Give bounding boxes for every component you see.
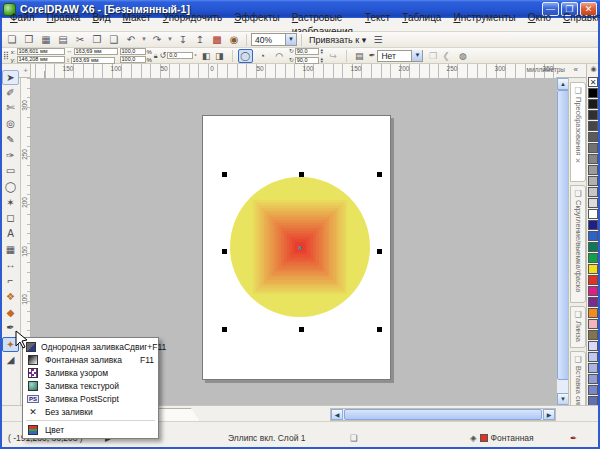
color-swatch[interactable] — [588, 308, 598, 318]
color-swatch[interactable] — [588, 88, 598, 98]
rectangle-tool[interactable]: ▭ — [2, 164, 19, 179]
object-x-field[interactable]: 108,601 мм — [17, 48, 65, 55]
color-eyedropper-tool[interactable]: ◆ — [2, 306, 19, 321]
selection-handle[interactable] — [299, 172, 304, 177]
selection-handle[interactable] — [377, 327, 382, 332]
color-swatch[interactable] — [588, 209, 598, 219]
scroll-left-icon[interactable]: ◀ — [331, 409, 343, 420]
color-swatch[interactable] — [588, 143, 598, 153]
horizontal-scrollbar[interactable]: ◀ ▶ — [330, 408, 556, 421]
paste-icon[interactable]: ❑ — [106, 33, 122, 47]
lock-ratio-icon[interactable]: 🔒︎ — [154, 52, 158, 60]
color-swatch[interactable] — [588, 264, 598, 274]
start-angle-field[interactable]: 90,0 — [295, 48, 319, 55]
import-icon[interactable]: ↧ — [175, 33, 191, 47]
object-width-field[interactable]: 163,69 мм — [74, 48, 118, 55]
color-swatch[interactable] — [588, 253, 598, 263]
color-swatch[interactable] — [588, 231, 598, 241]
save-icon[interactable]: ▦ — [38, 33, 54, 47]
snap-to-button[interactable]: Привязать к ▾ — [306, 35, 369, 45]
chevron-down-icon[interactable]: ▼ — [285, 34, 296, 45]
redo-dropdown-icon[interactable]: ▼ — [166, 33, 174, 47]
flyout-item-postscript-fill[interactable]: PSЗаливка PostScript — [23, 392, 158, 405]
color-swatch[interactable] — [588, 132, 598, 142]
flyout-item-texture-fill[interactable]: Заливка текстурой — [23, 379, 158, 392]
print-icon[interactable]: ▤ — [55, 33, 71, 47]
open-icon[interactable]: ❒ — [21, 33, 37, 47]
options-icon[interactable]: ☰ — [370, 33, 386, 47]
connector-tool[interactable]: ⌐ — [2, 274, 19, 289]
arc-mode-button[interactable]: ◠ — [272, 49, 287, 63]
blend-tool[interactable]: ❖ — [2, 290, 19, 305]
polygon-tool[interactable]: ✶ — [2, 196, 19, 211]
horizontal-scroll-thumb[interactable] — [344, 409, 542, 420]
color-swatch[interactable] — [588, 99, 598, 109]
color-swatch[interactable] — [588, 176, 598, 186]
shape-tool[interactable]: ✐ — [2, 86, 19, 101]
text-tool[interactable]: А — [2, 227, 19, 242]
convert-to-curves-button[interactable]: ◍ — [455, 49, 470, 63]
selection-center-marker[interactable]: × — [298, 243, 303, 252]
color-swatch[interactable] — [588, 121, 598, 131]
selection-handle[interactable] — [222, 327, 227, 332]
interactive-fill-tool[interactable]: ◢ — [2, 353, 19, 368]
object-y-field[interactable]: 146,208 мм — [17, 56, 65, 63]
color-swatch[interactable] — [588, 341, 598, 351]
selection-handle[interactable] — [377, 249, 382, 254]
corel-connect-icon[interactable]: ◉ — [226, 33, 242, 47]
fill-status[interactable]: ◈Фонтанная — [470, 433, 534, 443]
color-swatch[interactable] — [588, 154, 598, 164]
docker-tab-lens[interactable]: ❑Линза — [570, 306, 586, 348]
flyout-item-color-docker[interactable]: Цвет — [23, 423, 158, 436]
ellipse-mode-button[interactable]: ◯ — [238, 49, 253, 63]
rotation-angle-field[interactable]: 0,0 — [167, 52, 193, 59]
color-swatch[interactable] — [588, 363, 598, 373]
undo-icon[interactable]: ↶ — [123, 33, 139, 47]
docker-tab-fillet[interactable]: ❑Скругление/выемка/фаска — [570, 185, 586, 303]
zoom-tool[interactable]: ◎ — [2, 117, 19, 132]
scroll-right-icon[interactable]: ▶ — [543, 409, 555, 420]
cut-icon[interactable]: ✂ — [72, 33, 88, 47]
application-launcher-icon[interactable]: ▩ — [209, 33, 225, 47]
crop-tool[interactable]: ✄ — [2, 101, 19, 116]
flyout-item-no-fill[interactable]: ✕Без заливки — [23, 405, 158, 418]
outline-status-icon[interactable]: ✒ — [570, 433, 577, 443]
selection-handle[interactable] — [299, 327, 304, 332]
copy-icon[interactable]: ❐ — [89, 33, 105, 47]
color-swatch[interactable] — [588, 187, 598, 197]
selection-handle[interactable] — [222, 249, 227, 254]
end-angle-stepper[interactable]: ▲▼ — [320, 57, 324, 63]
color-swatch[interactable] — [588, 242, 598, 252]
export-icon[interactable]: ↥ — [192, 33, 208, 47]
scale-y-field[interactable]: 100,0 — [120, 56, 146, 63]
flyout-item-uniform-fill[interactable]: Однородная заливкаСдвиг+F11 — [23, 340, 158, 353]
color-swatch[interactable] — [588, 297, 598, 307]
horizontal-ruler[interactable]: 15010050050100150200250300350 — [31, 64, 556, 78]
dimension-tool[interactable]: ↔ — [2, 258, 19, 273]
docker-tab-transform[interactable]: ❑Преобразования✕ — [570, 82, 586, 182]
flyout-item-fountain-fill[interactable]: Фонтанная заливкаF11 — [23, 353, 158, 366]
start-angle-stepper[interactable]: ▲▼ — [320, 48, 324, 54]
to-back-button[interactable]: ❮ — [438, 49, 453, 63]
object-height-field[interactable]: 163,69 мм — [71, 57, 115, 64]
basic-shapes-tool[interactable]: ◻ — [2, 211, 19, 226]
color-swatch[interactable] — [588, 352, 598, 362]
color-swatch[interactable] — [588, 374, 598, 384]
color-swatch[interactable] — [588, 286, 598, 296]
scale-x-field[interactable]: 100,0 — [120, 48, 146, 55]
change-direction-button[interactable]: ↪ — [326, 49, 341, 63]
chevron-down-icon[interactable]: ▼ — [411, 50, 422, 61]
docker-tab-symbol[interactable]: ❑Вставка символа — [570, 351, 586, 411]
color-swatch[interactable] — [588, 198, 598, 208]
color-swatch[interactable] — [588, 385, 598, 395]
table-tool[interactable]: ▦ — [2, 243, 19, 258]
docker-collapse-icon[interactable]: « — [574, 65, 578, 74]
ellipse-tool[interactable]: ◯ — [2, 180, 19, 195]
selection-handle[interactable] — [377, 172, 382, 177]
selection-handle[interactable] — [222, 172, 227, 177]
color-swatch[interactable] — [588, 275, 598, 285]
vertical-scrollbar[interactable]: ▲ ▼ — [556, 78, 568, 405]
pie-mode-button[interactable]: ◔ — [255, 49, 270, 63]
end-angle-field[interactable]: 90,0 — [295, 57, 319, 64]
color-swatch[interactable] — [588, 220, 598, 230]
